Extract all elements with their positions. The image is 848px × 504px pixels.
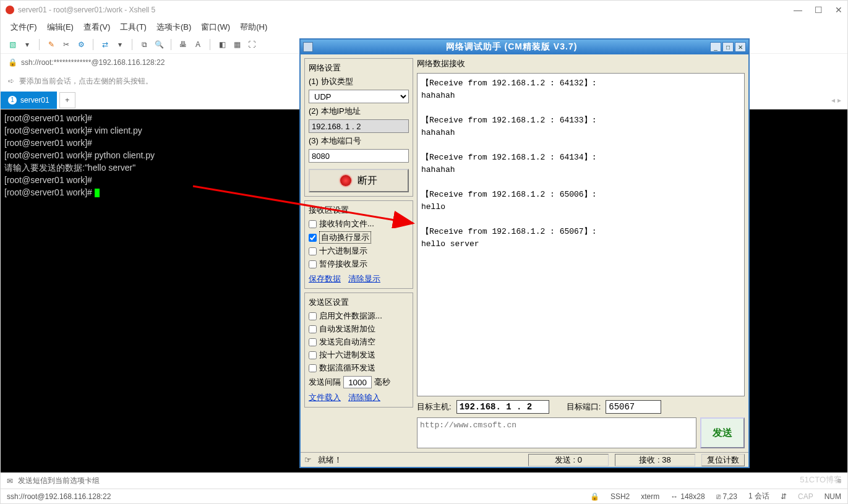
disconnect-button[interactable]: 断开	[309, 169, 409, 192]
tab-index-badge: 1	[8, 96, 17, 105]
status1-text: 发送短信到当前选项卡组	[18, 476, 100, 486]
menu-tools[interactable]: 工具(T)	[116, 20, 150, 34]
hex-send-check[interactable]: 按十六进制发送	[309, 349, 409, 361]
proto-select[interactable]: UDP	[309, 90, 409, 103]
na-min-button[interactable]: _	[710, 42, 721, 52]
new-session-icon[interactable]: ▧	[7, 39, 18, 50]
save-data-link[interactable]: 保存数据	[309, 273, 341, 284]
transfer-icon[interactable]: ⇄	[100, 39, 111, 50]
menu-tabs[interactable]: 选项卡(B)	[153, 20, 195, 34]
status-cap: CAP	[798, 492, 813, 501]
recv-count: 接收 : 38	[615, 454, 695, 466]
send-button[interactable]: 发送	[700, 417, 745, 448]
tab-add-button[interactable]: +	[59, 92, 75, 108]
window-close-button[interactable]: ✕	[835, 5, 842, 15]
target-port-label: 目标端口:	[567, 401, 601, 412]
port-input[interactable]	[309, 149, 409, 163]
menu-edit[interactable]: 编辑(E)	[43, 20, 77, 34]
status-ssh: SSH2	[610, 492, 630, 501]
clear-show-link[interactable]: 清除显示	[348, 273, 380, 284]
status-connection: ssh://root@192.168.116.128:22	[7, 492, 111, 501]
hex-show-check[interactable]: 十六进制显示	[309, 246, 409, 257]
xshell-logo-icon	[6, 6, 14, 14]
tab-server01[interactable]: 1 server01	[1, 92, 57, 109]
tip-text: 要添加当前会话，点击左侧的箭头按钮。	[19, 76, 153, 87]
font-icon[interactable]: A	[192, 39, 203, 50]
menu-bar: 文件(F) 编辑(E) 查看(V) 工具(T) 选项卡(B) 窗口(W) 帮助(…	[1, 19, 847, 35]
send-count: 发送 : 0	[528, 454, 609, 466]
target-host-label: 目标主机:	[417, 401, 452, 412]
interval-label1: 发送间隔	[309, 377, 341, 388]
file-load-link[interactable]: 文件载入	[309, 392, 341, 403]
na-max-button[interactable]: □	[722, 42, 734, 52]
xshell-titlebar: server01 - root@server01:/work - Xshell …	[1, 1, 847, 19]
reconnect-icon[interactable]: ✎	[46, 39, 57, 50]
ip-input[interactable]	[309, 119, 409, 133]
recv-settings-title: 接收区设置	[309, 205, 409, 216]
target-host-input[interactable]	[456, 400, 549, 414]
network-assistant-window: 网络调试助手 (CM精装版 V3.7) _ □ ✕ 网络设置 (1) 协议类型 …	[299, 38, 750, 468]
copy-icon[interactable]: ⧉	[139, 39, 150, 50]
menu-file[interactable]: 文件(F)	[7, 20, 41, 34]
recv-area-label: 网络数据接收	[417, 58, 745, 69]
recv-to-file-check[interactable]: 接收转向文件...	[309, 218, 409, 229]
interval-label2: 毫秒	[374, 377, 390, 388]
print-icon[interactable]: 🖶	[178, 39, 189, 50]
send-textarea[interactable]: http://www.cmsoft.cn	[417, 417, 696, 448]
reset-count-button[interactable]: 复位计数	[701, 454, 745, 466]
properties-icon[interactable]: ⚙	[75, 39, 87, 50]
search-icon[interactable]: 🔍	[153, 39, 165, 50]
file-source-check[interactable]: 启用文件数据源...	[309, 310, 409, 322]
port-label: (3) 本地端口号	[309, 135, 409, 147]
fullscreen-icon[interactable]: ⛶	[246, 39, 257, 50]
auto-wrap-check[interactable]: 自动换行显示	[309, 231, 409, 244]
window-max-button[interactable]: ☐	[815, 5, 823, 15]
status-num: NUM	[824, 492, 841, 501]
clear-input-link[interactable]: 清除输入	[348, 392, 380, 403]
send-settings-title: 发送区设置	[309, 297, 409, 308]
status-sessions: 1 会话	[748, 491, 769, 502]
pause-recv-check[interactable]: 暂停接收显示	[309, 258, 409, 270]
na-close-button[interactable]: ✕	[735, 42, 746, 52]
net-settings-title: 网络设置	[309, 62, 409, 74]
status-size: ↔148x28	[670, 492, 705, 501]
ready-icon: ☞	[304, 455, 312, 464]
loop-send-check[interactable]: 数据流循环发送	[309, 362, 409, 374]
menu-view[interactable]: 查看(V)	[80, 20, 114, 34]
cursor-icon	[95, 189, 100, 197]
target-port-input[interactable]	[606, 400, 661, 414]
sun-icon	[340, 175, 351, 186]
na-titlebar[interactable]: 网络调试助手 (CM精装版 V3.7) _ □ ✕	[301, 40, 748, 54]
window-min-button[interactable]: —	[794, 5, 802, 15]
window-title: server01 - root@server01:/work - Xshell …	[18, 6, 155, 14]
watermark-text: 51CTO博客	[800, 474, 842, 485]
recv-settings-group: 接收区设置 接收转向文件... 自动换行显示 十六进制显示 暂停接收显示 保存数…	[304, 200, 413, 289]
na-title: 网络调试助手 (CM精装版 V3.7)	[317, 41, 706, 53]
clear-after-check[interactable]: 发送完自动清空	[309, 336, 409, 348]
disconnect-icon[interactable]: ✂	[61, 39, 72, 50]
menu-window[interactable]: 窗口(W)	[197, 20, 234, 34]
recv-textarea[interactable]: 【Receive from 192.168.1.2 : 64132】: haha…	[417, 73, 745, 396]
tab-prev-icon[interactable]: ◂	[831, 96, 835, 105]
net-settings-group: 网络设置 (1) 协议类型 UDP (2) 本地IP地址 (3) 本地端口号 断…	[304, 58, 413, 197]
proto-label: (1) 协议类型	[309, 76, 409, 87]
tab-next-icon[interactable]: ▸	[837, 96, 841, 105]
status-bar-1: ✉ 发送短信到当前选项卡组 ≡	[1, 472, 847, 489]
color-icon[interactable]: ◧	[216, 39, 228, 50]
lock-small-icon: 🔒	[590, 492, 599, 501]
na-status-bar: ☞ 就绪！ 发送 : 0 接收 : 38 复位计数	[301, 452, 748, 467]
na-app-icon	[303, 42, 313, 52]
menu-help[interactable]: 帮助(H)	[236, 20, 271, 34]
sms-icon: ✉	[7, 477, 13, 485]
interval-input[interactable]	[343, 376, 372, 388]
status-pos: ⎚7,23	[716, 492, 737, 501]
address-value[interactable]: ssh://root:*************@192.168.116.128…	[21, 58, 165, 67]
view-icon[interactable]: ▦	[231, 39, 242, 50]
send-settings-group: 发送区设置 启用文件数据源... 自动发送附加位 发送完自动清空 按十六进制发送…	[304, 293, 413, 408]
ip-label: (2) 本地IP地址	[309, 106, 409, 117]
auto-append-check[interactable]: 自动发送附加位	[309, 323, 409, 335]
open-icon[interactable]: ▾	[22, 39, 33, 50]
tip-arrow-icon[interactable]: ➪	[8, 77, 14, 85]
dropdown-icon[interactable]: ▾	[114, 39, 126, 50]
status-term: xterm	[641, 492, 659, 501]
